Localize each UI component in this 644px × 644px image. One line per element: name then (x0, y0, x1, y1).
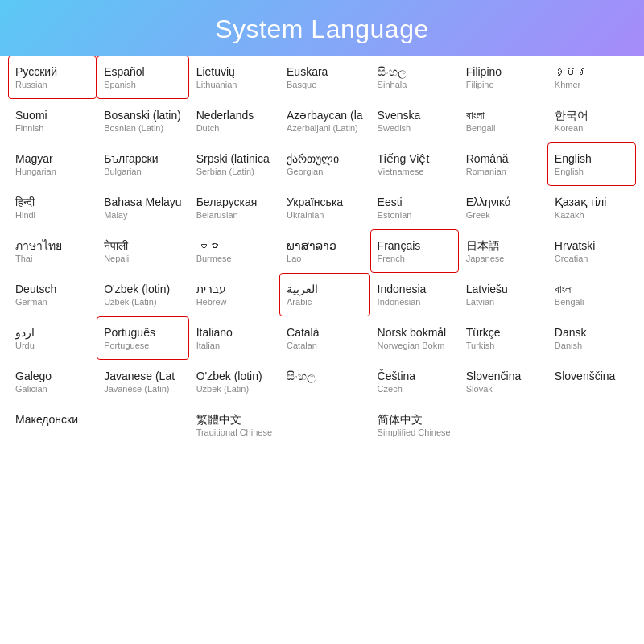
language-cell[interactable]: CatalàCatalan (279, 316, 370, 360)
language-cell[interactable]: ខ្មែរKhmer (547, 56, 636, 99)
language-name: O'zbek (lotin) (104, 282, 182, 296)
language-cell[interactable]: ဗမာBurmese (189, 229, 279, 273)
language-cell[interactable]: සිංහල (279, 360, 370, 403)
language-cell[interactable] (459, 403, 547, 447)
language-name: Čeština (378, 369, 452, 383)
language-cell[interactable]: TürkçeTurkish (459, 316, 547, 360)
language-cell[interactable]: GalegoGalician (8, 360, 97, 403)
language-name: Русский (15, 64, 89, 79)
language-grid: РусскийRussianEspañolSpanishLietuviųLith… (0, 56, 644, 447)
language-sub: Nepali (104, 253, 182, 264)
language-cell[interactable]: MagyarHungarian (8, 142, 97, 186)
language-sub: Norwegian Bokm (378, 340, 452, 351)
language-cell[interactable]: УкраїнськаUkrainian (279, 186, 370, 229)
language-cell[interactable]: বাংলাBengali (459, 99, 547, 142)
language-cell[interactable]: Bosanski (latin)Bosnian (Latin) (97, 99, 189, 142)
language-sub: Latvian (466, 296, 540, 308)
language-cell[interactable]: FilipinoFilipino (459, 56, 547, 99)
language-cell[interactable]: Македонски (8, 403, 97, 447)
language-cell[interactable]: IndonesiaIndonesian (370, 273, 459, 316)
language-cell[interactable]: LietuviųLithuanian (189, 56, 279, 99)
language-cell[interactable]: Azərbaycan (laAzerbaijani (Latin) (279, 99, 370, 142)
language-cell[interactable]: БеларускаяBelarusian (189, 186, 279, 229)
language-cell[interactable]: Slovenščina (547, 360, 636, 403)
language-cell[interactable]: DeutschGerman (8, 273, 97, 316)
language-sub: Turkish (466, 340, 540, 351)
language-cell[interactable]: ČeštinaCzech (370, 360, 459, 403)
language-cell[interactable]: 한국어Korean (547, 99, 636, 142)
language-cell[interactable]: EestiEstonian (370, 186, 459, 229)
language-name: සිංහල (378, 64, 452, 79)
language-sub: Malay (104, 209, 182, 221)
language-cell[interactable]: Norsk bokmålNorwegian Bokm (370, 316, 459, 360)
language-name: Filipino (466, 64, 540, 79)
language-sub: Spanish (104, 79, 182, 90)
language-cell[interactable]: DanskDanish (547, 316, 636, 360)
language-name: 日本語 (466, 238, 540, 253)
language-cell[interactable]: العربيةArabic (279, 273, 370, 316)
language-name: Latviešu (466, 282, 540, 296)
language-cell[interactable]: Bahasa MelayuMalay (97, 186, 189, 229)
language-cell[interactable]: اردوUrdu (8, 316, 97, 360)
language-cell[interactable]: O'zbek (lotin)Uzbek (Latin) (97, 273, 189, 316)
language-cell[interactable]: ქართულიGeorgian (279, 142, 370, 186)
language-cell[interactable] (547, 403, 636, 447)
language-sub: Georgian (287, 166, 363, 177)
language-cell[interactable]: Қазақ тіліKazakh (547, 186, 636, 229)
language-cell[interactable]: O'zbek (lotin)Uzbek (Latin) (189, 360, 279, 403)
language-sub: Azerbaijani (Latin) (287, 122, 363, 134)
language-sub: Traditional Chinese (196, 427, 272, 438)
language-name: Қазақ тілі (555, 195, 629, 209)
language-sub: Greek (466, 209, 540, 221)
language-cell[interactable]: ΕλληνικάGreek (459, 186, 547, 229)
language-cell[interactable]: LatviešuLatvian (459, 273, 547, 316)
language-cell[interactable]: Javanese (LatJavanese (Latin) (97, 360, 189, 403)
language-cell[interactable] (97, 403, 189, 447)
language-cell[interactable]: සිංහලSinhala (370, 56, 459, 99)
language-cell[interactable]: ภาษาไทยThai (8, 229, 97, 273)
language-sub: Estonian (378, 209, 452, 221)
language-cell[interactable]: ItalianoItalian (189, 316, 279, 360)
language-cell[interactable]: SvenskaSwedish (370, 99, 459, 142)
language-cell[interactable]: ພາສາລາວLao (279, 229, 370, 273)
language-cell[interactable]: EuskaraBasque (279, 56, 370, 99)
language-sub: Basque (287, 79, 363, 90)
language-sub: Simplified Chinese (378, 427, 452, 438)
language-cell[interactable]: RomânăRomanian (459, 142, 547, 186)
language-sub: Indonesian (378, 296, 452, 308)
language-sub: Bengali (555, 296, 629, 308)
language-name: 简体中文 (378, 412, 452, 427)
language-name: Македонски (15, 412, 89, 427)
language-sub: Vietnamese (378, 166, 452, 177)
language-cell[interactable]: БългарскиBulgarian (97, 142, 189, 186)
language-cell[interactable]: SlovenčinaSlovak (459, 360, 547, 403)
language-cell[interactable]: PortuguêsPortuguese (97, 316, 189, 360)
language-cell[interactable]: EspañolSpanish (97, 56, 189, 99)
language-cell[interactable]: 简体中文Simplified Chinese (370, 403, 459, 447)
language-cell[interactable]: עבריתHebrew (189, 273, 279, 316)
language-name: Italiano (196, 325, 272, 340)
language-cell[interactable] (279, 403, 370, 447)
language-cell[interactable]: 日本語Japanese (459, 229, 547, 273)
language-sub: Belarusian (196, 209, 272, 221)
language-cell[interactable]: বাংলাBengali (547, 273, 636, 316)
language-sub: Catalan (287, 340, 363, 351)
language-cell[interactable]: Tiếng ViệtVietnamese (370, 142, 459, 186)
language-name: Ελληνικά (466, 195, 540, 209)
language-cell[interactable]: HrvatskiCroatian (547, 229, 636, 273)
language-name: हिन्दी (15, 195, 89, 209)
language-name: Nederlands (196, 108, 272, 122)
language-cell[interactable]: नेपालीNepali (97, 229, 189, 273)
language-sub: Sinhala (378, 79, 452, 90)
language-name: Deutsch (15, 282, 89, 296)
language-cell[interactable]: 繁體中文Traditional Chinese (189, 403, 279, 447)
language-cell[interactable]: Srpski (latinicaSerbian (Latin) (189, 142, 279, 186)
language-cell[interactable]: SuomiFinnish (8, 99, 97, 142)
language-cell[interactable]: FrançaisFrench (370, 229, 459, 273)
language-cell[interactable]: NederlandsDutch (189, 99, 279, 142)
language-sub: Danish (555, 340, 629, 351)
language-cell[interactable]: EnglishEnglish (547, 142, 636, 186)
page-title: System Language (0, 14, 644, 44)
language-cell[interactable]: РусскийRussian (8, 56, 97, 99)
language-cell[interactable]: हिन्दीHindi (8, 186, 97, 229)
